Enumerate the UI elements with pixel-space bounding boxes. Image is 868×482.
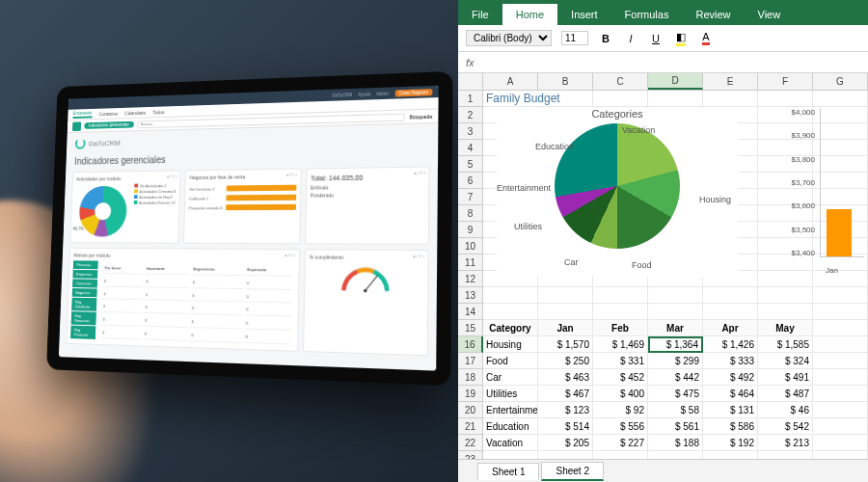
home-icon[interactable]: [72, 121, 81, 131]
col-header[interactable]: A: [483, 73, 538, 90]
sidebar-item[interactable]: Personas: [73, 260, 98, 269]
sidebar-item[interactable]: Reg Detallado: [71, 298, 96, 311]
bar-fill: [227, 195, 296, 201]
y-tick: $4,000: [787, 108, 815, 117]
y-tick: $3,700: [787, 178, 815, 187]
sheet-tab[interactable]: Sheet 1: [477, 463, 539, 480]
font-size-input[interactable]: [561, 31, 588, 45]
tab-home[interactable]: Home: [502, 4, 557, 25]
tablet-screen: DaToCRM Ayuda Admin Crear Registro Empre…: [59, 86, 439, 371]
col-header[interactable]: G: [813, 73, 868, 90]
tab-file[interactable]: File: [458, 4, 502, 25]
col-header: Por hacer: [103, 263, 144, 275]
column-headers: A B C D E F G: [458, 73, 868, 91]
select-all-corner[interactable]: [458, 73, 483, 90]
x-label: Jan: [826, 266, 838, 275]
col-header: Esperando: [245, 264, 292, 277]
sidebar-item[interactable]: Negocios: [72, 288, 97, 297]
sidebar-item[interactable]: Reg Resumen: [71, 311, 96, 325]
chart-title: Categories: [497, 108, 738, 120]
excel-window: File Home Insert Formulas Review View Ca…: [458, 0, 868, 482]
sheet-tab[interactable]: Sheet 2: [541, 462, 603, 481]
gauge-card: ● / T × % cumplimiento: [303, 249, 429, 356]
photo-backdrop: DaToCRM Ayuda Admin Crear Registro Empre…: [0, 0, 458, 482]
tab-insert[interactable]: Insert: [557, 4, 611, 25]
pie-label: Vacation: [622, 125, 655, 135]
col-header[interactable]: D: [648, 73, 703, 90]
nav-empresas[interactable]: Empresas: [73, 110, 93, 119]
categories-pie-chart[interactable]: Categories Vacation Education Entertainm…: [497, 108, 738, 277]
toolbar: Calibri (Body) B I U ◧ A: [458, 25, 868, 52]
formula-input[interactable]: [482, 55, 860, 69]
card-actions-icon[interactable]: ● / T ×: [413, 254, 424, 258]
sidebar-item[interactable]: Empresas: [72, 270, 97, 279]
sidebar-item[interactable]: Reg Producto: [70, 326, 95, 339]
pie-label: Education: [535, 142, 574, 151]
nav-contactos[interactable]: Contactos: [98, 110, 118, 116]
bar-fill: [227, 185, 296, 192]
topbar-brand: DaToCRM: [332, 92, 352, 97]
y-tick: $3,800: [787, 155, 815, 164]
bars-title: Negocios por fase de venta: [190, 174, 297, 180]
pie-label: Utilities: [514, 222, 542, 231]
card-actions-icon[interactable]: ● / T ×: [286, 173, 297, 177]
y-tick: $3,600: [787, 201, 815, 210]
gauge-title: % cumplimiento: [309, 254, 423, 260]
total-card: ● / T × Total: 144.835,00 Embudo Pondera…: [305, 166, 430, 244]
legend-item: Actividades Futuras 14: [134, 201, 176, 206]
module-sidebar: Personas Empresas Contactos Negocios Reg…: [70, 260, 98, 340]
svg-line-0: [366, 276, 378, 291]
tab-formulas[interactable]: Formulas: [611, 4, 683, 25]
fill-color-button[interactable]: ◧: [673, 31, 689, 46]
fx-icon[interactable]: fx: [466, 57, 475, 68]
marks-table: Por hacerImportanteSeguimientoEsperando …: [98, 261, 294, 347]
card-actions-icon[interactable]: ● / T ×: [285, 253, 295, 257]
create-record-button[interactable]: Crear Registro: [394, 89, 432, 96]
card-actions-icon[interactable]: ● / T ×: [414, 171, 425, 177]
breadcrumb-pill[interactable]: Indicadores gerenciales: [84, 121, 133, 129]
col-header: Seguimiento: [191, 263, 243, 275]
total-line2: Ponderado: [311, 191, 424, 200]
spreadsheet-grid[interactable]: A B C D E F G 1Family Budget234567891011…: [458, 73, 868, 459]
topbar-help[interactable]: Ayuda: [358, 92, 370, 96]
font-color-button[interactable]: A: [698, 31, 714, 46]
monthly-bar-chart[interactable]: $4,000 $3,900 $3,800 $3,700 $3,600 $3,50…: [787, 108, 864, 277]
sidebar-item[interactable]: Contactos: [72, 279, 97, 287]
pie-legend: Sin Actividades 2 Actividades Cerradas 0…: [133, 183, 176, 239]
bar-label: Sin Contactar 5: [189, 186, 224, 191]
bar-area: [820, 108, 864, 257]
pie-percent: 46.7%: [72, 227, 85, 231]
pie-label: Entertainment: [497, 183, 551, 193]
underline-button[interactable]: U: [648, 33, 664, 44]
bar-fill: [226, 204, 295, 210]
tab-view[interactable]: View: [745, 4, 795, 25]
col-header[interactable]: B: [538, 73, 593, 90]
list-card: ● / T × Marcas por módulo Personas Empre…: [66, 248, 299, 352]
dashboard-grid: ● / T × Actividades por módulo 46.7% Sin…: [59, 166, 438, 356]
brand-logo-icon: [75, 138, 86, 149]
search-label: Búsqueda: [409, 113, 432, 120]
bar-jan: [827, 209, 852, 256]
card-actions-icon[interactable]: ● / T ×: [167, 174, 177, 178]
tab-review[interactable]: Review: [682, 4, 744, 25]
nav-calendario[interactable]: Calendario: [124, 109, 146, 115]
y-axis: $4,000 $3,900 $3,800 $3,700 $3,600 $3,50…: [787, 108, 818, 257]
italic-button[interactable]: I: [623, 33, 638, 44]
bold-button[interactable]: B: [598, 33, 613, 44]
y-tick: $3,400: [787, 249, 815, 257]
pie-label: Car: [564, 257, 579, 267]
funnel-bars: Sin Contactar 5 Calificado 1 Propuesta e…: [189, 182, 296, 214]
col-header[interactable]: F: [758, 73, 813, 90]
gauge-chart: [338, 263, 393, 294]
topbar-user[interactable]: Admin: [376, 91, 389, 96]
col-header[interactable]: C: [593, 73, 648, 90]
font-select[interactable]: Calibri (Body): [466, 30, 552, 46]
ribbon-tabs: File Home Insert Formulas Review View: [458, 0, 868, 25]
nav-todos[interactable]: Todos: [152, 109, 164, 115]
y-tick: $3,900: [787, 131, 815, 140]
formula-bar: fx: [458, 52, 868, 73]
pie-card: ● / T × Actividades por módulo 46.7% Sin…: [69, 170, 180, 243]
sheet-title: Family Budget: [483, 91, 593, 107]
col-header[interactable]: E: [703, 73, 758, 90]
pie-label: Food: [632, 260, 652, 270]
